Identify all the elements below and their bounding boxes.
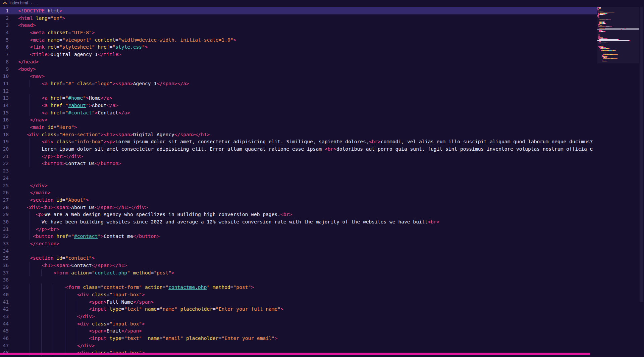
code-line[interactable]: 44 <div class="input-box"> [0, 320, 597, 327]
code-line[interactable]: 47 </div> [0, 342, 597, 349]
line-number[interactable]: 31 [0, 225, 9, 233]
line-number[interactable]: 37 [0, 269, 9, 276]
line-number[interactable]: 43 [0, 313, 9, 320]
code-line[interactable]: 32 <button href="#contact">Contact me</b… [0, 233, 597, 240]
line-number[interactable]: 7 [0, 51, 9, 58]
line-number[interactable]: 46 [0, 335, 9, 342]
line-number[interactable]: 40 [0, 291, 9, 298]
code-line[interactable]: 41 <span>Full Name</span> [0, 298, 597, 306]
code-line[interactable]: 40 <div class="input-box"> [0, 291, 597, 298]
code-line[interactable]: 34 [0, 247, 597, 255]
code-line[interactable]: 21 </p><br></div> [0, 153, 597, 160]
code-line[interactable]: 24 [0, 174, 597, 182]
line-number[interactable]: 45 [0, 327, 9, 335]
code-line[interactable]: 6 <link rel="stylesheet" href="style.css… [0, 43, 597, 51]
minimap[interactable] [597, 7, 639, 356]
line-number[interactable]: 9 [0, 65, 9, 73]
line-number[interactable]: 44 [0, 320, 9, 327]
code-line[interactable]: 14 <a href="#about">About</a> [0, 102, 597, 109]
vertical-scrollbar-thumb[interactable] [640, 7, 643, 302]
code-line[interactable]: 3<head> [0, 21, 597, 29]
code-area[interactable]: 1<!DOCTYPE html>2<html lang="en">3<head>… [0, 7, 597, 356]
line-number[interactable]: 36 [0, 262, 9, 269]
line-number[interactable]: 10 [0, 72, 9, 80]
line-number[interactable]: 14 [0, 102, 9, 109]
line-number[interactable]: 32 [0, 233, 9, 240]
code-line[interactable]: 10 <nav> [0, 72, 597, 80]
code-line[interactable]: 42 <input type="text" name="name" placeh… [0, 305, 597, 313]
code-line[interactable]: 31 </p><br> [0, 225, 597, 233]
line-number[interactable]: 2 [0, 14, 9, 22]
line-number[interactable]: 19 [0, 138, 9, 145]
code-line[interactable]: 29 <p>We are a Web design Agency who spe… [0, 211, 597, 218]
code-line[interactable]: 2<html lang="en"> [0, 14, 597, 22]
line-number[interactable]: 13 [0, 94, 9, 102]
line-number[interactable]: 3 [0, 21, 9, 29]
code-line[interactable]: 4 <meta charset="UTF-8"> [0, 29, 597, 36]
code-line[interactable]: 43 </div> [0, 313, 597, 320]
line-number[interactable]: 29 [0, 211, 9, 218]
line-number[interactable]: 30 [0, 218, 9, 225]
code-line[interactable]: 12 [0, 87, 597, 95]
line-number[interactable]: 39 [0, 284, 9, 291]
code-line[interactable]: 38 [0, 276, 597, 284]
line-number[interactable]: 24 [0, 174, 9, 182]
code-line[interactable]: 37 <form action="contact.php" method="po… [0, 269, 597, 276]
line-number[interactable]: 18 [0, 131, 9, 138]
code-line[interactable]: 25 </div> [0, 182, 597, 189]
line-number[interactable]: 21 [0, 153, 9, 160]
code-line[interactable]: 30 We have been building websites since … [0, 218, 597, 225]
line-number[interactable]: 27 [0, 196, 9, 204]
code-line[interactable]: 16 </nav> [0, 116, 597, 123]
line-number[interactable]: 4 [0, 29, 9, 36]
line-number[interactable]: 26 [0, 189, 9, 196]
line-number[interactable]: 35 [0, 254, 9, 262]
line-number[interactable]: 22 [0, 160, 9, 167]
code-line[interactable]: 36 <h1><span>Contact</span></h1> [0, 262, 597, 269]
code-line[interactable]: 7 <title>DIgital agency 1</title> [0, 51, 597, 58]
editor-pane[interactable]: 1<!DOCTYPE html>2<html lang="en">3<head>… [0, 6, 644, 357]
line-number[interactable]: 41 [0, 298, 9, 306]
code-line[interactable]: 9<body> [0, 65, 597, 73]
code-line[interactable]: 5 <meta name="viewport" content="width=d… [0, 36, 597, 44]
line-number[interactable]: 6 [0, 43, 9, 51]
code-line[interactable]: 20 Lorem ipsum dolor sit amet consectetu… [0, 145, 597, 153]
code-line[interactable]: 19 <div class="info-box"><p>Lorem ipsum … [0, 138, 597, 145]
line-number[interactable]: 25 [0, 182, 9, 189]
line-number[interactable]: 8 [0, 58, 9, 65]
line-number[interactable]: 15 [0, 109, 9, 116]
line-number[interactable]: 47 [0, 342, 9, 349]
code-line[interactable]: 33 </section> [0, 240, 597, 247]
code-line[interactable]: 17 <main id="Hero"> [0, 123, 597, 131]
code-line[interactable]: 23 [0, 167, 597, 174]
code-line[interactable]: 1<!DOCTYPE html> [0, 7, 597, 14]
code-line[interactable]: 35 <section id="contact"> [0, 254, 597, 262]
line-number[interactable]: 11 [0, 80, 9, 87]
line-number[interactable]: 34 [0, 247, 9, 255]
code-line[interactable]: 26 </main> [0, 189, 597, 196]
code-line[interactable]: 46 <input type="text" name="email" place… [0, 335, 597, 342]
code-line[interactable]: 11 <a href="#" class="logo"><span>Agency… [0, 80, 597, 87]
code-line[interactable]: 28 <div><h1><span>About Us</span></h1></… [0, 204, 597, 211]
breadcrumb-file-name[interactable]: index.html [9, 1, 28, 5]
line-number[interactable]: 28 [0, 204, 9, 211]
code-line[interactable]: 27 <section id="About"> [0, 196, 597, 204]
line-number[interactable]: 20 [0, 145, 9, 153]
minimap-slider[interactable] [597, 7, 639, 63]
line-number[interactable]: 12 [0, 87, 9, 95]
code-line[interactable]: 15 <a href="#contact">Contact</a> [0, 109, 597, 116]
line-number[interactable]: 23 [0, 167, 9, 174]
line-number[interactable]: 42 [0, 305, 9, 313]
breadcrumb[interactable]: <> index.html › … [0, 0, 644, 6]
breadcrumb-symbol-ellipsis[interactable]: … [34, 1, 38, 5]
code-line[interactable]: 39 <form class="contact-form" action="co… [0, 284, 597, 291]
code-line[interactable]: 13 <a href="#home">Home</a> [0, 94, 597, 102]
code-line[interactable]: 22 <button>Contact Us</button> [0, 160, 597, 167]
horizontal-scrollbar[interactable] [0, 353, 590, 355]
vertical-scrollbar[interactable] [639, 6, 644, 357]
line-number[interactable]: 1 [0, 7, 9, 14]
line-number[interactable]: 5 [0, 36, 9, 44]
code-line[interactable]: 8</head> [0, 58, 597, 65]
code-line[interactable]: 18 <div class="Hero-section"><h1><span>D… [0, 131, 597, 138]
line-number[interactable]: 33 [0, 240, 9, 247]
